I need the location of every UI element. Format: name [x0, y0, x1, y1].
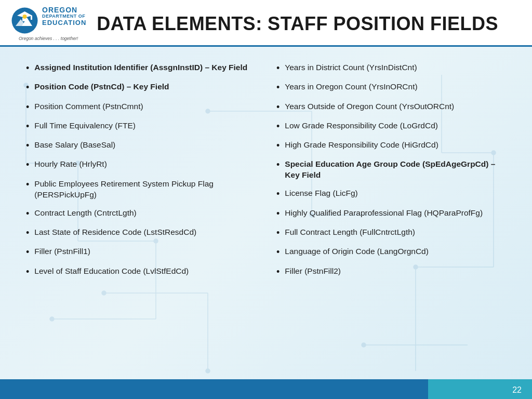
svg-point-27	[362, 343, 366, 347]
list-item: Position Code (PstnCd) – Key Field	[26, 82, 261, 94]
footer-blue-bar	[0, 379, 428, 399]
logo-text-block: OREGON DEPARTMENT OF EDUCATION	[42, 6, 86, 26]
svg-point-34	[23, 15, 27, 19]
list-item: Last State of Residence Code (LstStResdC…	[26, 227, 261, 239]
list-item: Years in District Count (YrsInDistCnt)	[276, 62, 511, 74]
list-item: Low Grade Responsibility Code (LoGrdCd)	[276, 121, 511, 132]
list-item: Position Comment (PstnCmnt)	[26, 101, 261, 113]
list-item: Base Salary (BaseSal)	[26, 140, 261, 152]
list-item: Filler (PstnFill1)	[26, 246, 261, 258]
list-item: Language of Origin Code (LangOrgnCd)	[276, 246, 511, 258]
page-number: 22	[512, 385, 522, 395]
logo-oregon-text: OREGON	[42, 6, 86, 14]
list-item: Assigned Institution Identifier (AssgnIn…	[26, 62, 261, 74]
list-item: License Flag (LicFg)	[276, 188, 511, 200]
page-title: DATA ELEMENTS: STAFF POSITION FIELDS	[97, 15, 498, 33]
right-bullet-list: Years in District Count (YrsInDistCnt) Y…	[276, 62, 511, 278]
list-item: Public Employees Retirement System Picku…	[26, 179, 261, 201]
logo-tagline: Oregon achieves . . . together!	[19, 36, 78, 41]
list-item: Filler (PstnFill2)	[276, 266, 511, 278]
list-item: Full Contract Length (FullCntrctLgth)	[276, 227, 511, 239]
svg-point-9	[50, 317, 54, 321]
list-item: Special Education Age Group Code (SpEdAg…	[276, 159, 511, 181]
list-item: Contract Length (CntrctLgth)	[26, 208, 261, 220]
svg-rect-31	[31, 16, 32, 20]
left-bullet-list: Assigned Institution Identifier (AssgnIn…	[26, 62, 261, 278]
list-item: Hourly Rate (HrlyRt)	[26, 159, 261, 171]
right-column: Years in District Count (YrsInDistCnt) Y…	[276, 62, 511, 285]
footer: 22	[0, 379, 532, 399]
list-item: High Grade Responsibility Code (HiGrdCd)	[276, 140, 511, 152]
header: OREGON DEPARTMENT OF EDUCATION Oregon ac…	[0, 0, 532, 47]
list-item: Level of Staff Education Code (LvlStfEdC…	[26, 266, 261, 278]
svg-point-25	[206, 369, 210, 373]
content-area: Assigned Institution Identifier (AssgnIn…	[0, 47, 532, 296]
logo-edu-text: EDUCATION	[42, 19, 86, 26]
list-item: Years Outside of Oregon Count (YrsOutORC…	[276, 101, 511, 113]
list-item: Years in Oregon Count (YrsInORCnt)	[276, 82, 511, 94]
logo-emblem: OREGON DEPARTMENT OF EDUCATION	[10, 6, 86, 35]
slide: OREGON DEPARTMENT OF EDUCATION Oregon ac…	[0, 0, 532, 399]
list-item: Highly Qualified Paraprofessional Flag (…	[276, 208, 511, 220]
list-item: Full Time Equivalency (FTE)	[26, 121, 261, 132]
oregon-seal-icon	[10, 6, 39, 35]
left-column: Assigned Institution Identifier (AssgnIn…	[26, 62, 261, 285]
logo-area: OREGON DEPARTMENT OF EDUCATION Oregon ac…	[10, 6, 86, 41]
